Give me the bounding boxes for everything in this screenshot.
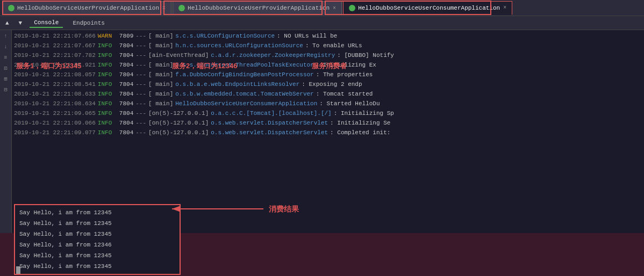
log-logger: o.s.b.a.e.web.EndpointLinksResolver xyxy=(175,79,299,89)
log-level: INFO xyxy=(98,70,117,79)
log-thread: [on(5)-127.0.0.1] xyxy=(148,128,209,137)
log-line: 2019-10-21 22:21:09.066 INFO 7804 --- [o… xyxy=(14,118,642,128)
result-line: Say Hello, i am from 12345 xyxy=(19,261,175,272)
log-logger: f.a.DubboConfigBindingBeanPostProcessor xyxy=(175,70,313,79)
log-dashes: --- xyxy=(135,128,146,137)
log-pid: 7804 xyxy=(119,108,133,118)
log-level: INFO xyxy=(98,41,117,50)
log-logger: o.s.s.concurrent.ThreadPoolTaskExecutor xyxy=(175,60,313,70)
log-thread: [ main] xyxy=(148,89,173,99)
log-dashes: --- xyxy=(135,50,146,60)
log-pid: 7804 xyxy=(119,79,133,89)
log-logger: o.s.b.w.embedded.tomcat.TomcatWebServer xyxy=(175,89,313,99)
tab-icon-1 xyxy=(8,5,15,11)
log-pid: 7809 xyxy=(119,31,133,41)
log-message: : The properties xyxy=(316,70,373,79)
log-pid: 7804 xyxy=(119,70,133,79)
log-message: : Exposing 2 endp xyxy=(302,79,362,89)
log-level: INFO xyxy=(98,60,117,70)
result-line: Say Hello, i am from 12345 xyxy=(19,207,175,218)
log-thread: [ main] xyxy=(148,41,173,50)
log-line: 2019-10-21 22:21:07.921 INFO 7804 --- [ … xyxy=(14,60,642,70)
log-pid: 7804 xyxy=(119,89,133,99)
log-line: 2019-10-21 22:21:08.541 INFO 7804 --- [ … xyxy=(14,79,642,89)
log-dashes: --- xyxy=(135,89,146,99)
log-line: 2019-10-21 22:21:07.666 WARN 7809 --- [ … xyxy=(14,31,642,41)
sidebar-icon-6[interactable]: ⊟ xyxy=(2,86,10,93)
log-timestamp: 2019-10-21 22:21:08.634 xyxy=(14,99,96,108)
log-dashes: --- xyxy=(135,99,146,108)
result-line: Say Hello, i am from 12345 xyxy=(19,218,175,229)
log-pid: 7804 xyxy=(119,41,133,50)
log-line: 2019-10-21 22:21:09.077 INFO 7804 --- [o… xyxy=(14,128,642,137)
log-message: : To enable URLs xyxy=(305,41,362,50)
log-level: INFO xyxy=(98,89,117,99)
close-tab-1[interactable]: × xyxy=(162,5,166,11)
log-pid: 7804 xyxy=(119,99,133,108)
log-thread: [ain-EventThread] xyxy=(148,50,209,60)
log-timestamp: 2019-10-21 22:21:07.667 xyxy=(14,41,96,50)
log-logger: o.s.web.servlet.DispatcherServlet xyxy=(211,118,328,128)
sidebar-icon-1[interactable]: ↑ xyxy=(2,32,10,40)
tab-label-3: HelloDubboServiceUserConsumerApplication xyxy=(358,5,500,11)
log-timestamp: 2019-10-21 22:21:08.633 xyxy=(14,89,96,99)
log-line: 2019-10-21 22:21:08.057 INFO 7804 --- [ … xyxy=(14,70,642,79)
log-pid: 7804 xyxy=(119,128,133,137)
log-level: INFO xyxy=(98,108,117,118)
log-dashes: --- xyxy=(135,41,146,50)
log-pid: 7804 xyxy=(119,60,133,70)
tab-provider-2[interactable]: HelloDubboServiceUserProviderApplication… xyxy=(173,1,342,15)
log-timestamp: 2019-10-21 22:21:07.666 xyxy=(14,31,96,41)
log-timestamp: 2019-10-21 22:21:07.782 xyxy=(14,50,96,60)
tab-provider-1[interactable]: HelloDubboServiceUserProviderApplication… xyxy=(2,1,171,15)
log-message: : Started HelloDu xyxy=(319,99,380,108)
log-level: WARN xyxy=(98,31,117,41)
close-tab-2[interactable]: × xyxy=(333,5,336,11)
log-timestamp: 2019-10-21 22:21:09.065 xyxy=(14,108,96,118)
log-timestamp: 2019-10-21 22:21:07.921 xyxy=(14,60,96,70)
log-dashes: --- xyxy=(135,31,146,41)
result-line: Say Hello, i am from 12345 xyxy=(19,250,175,261)
log-line: 2019-10-21 22:21:09.065 INFO 7804 --- [o… xyxy=(14,108,642,118)
tab-label-1: HelloDubboServiceUserProviderApplication xyxy=(17,5,159,11)
endpoints-tab[interactable]: Endpoints xyxy=(68,19,109,27)
log-logger: h.n.c.sources.URLConfigurationSource xyxy=(175,41,303,50)
log-level: INFO xyxy=(98,118,117,128)
log-level: INFO xyxy=(98,79,117,89)
log-timestamp: 2019-10-21 22:21:09.077 xyxy=(14,128,96,137)
result-box: Say Hello, i am from 12345Say Hello, i a… xyxy=(14,204,181,275)
sidebar-icon-3[interactable]: ≡ xyxy=(2,54,10,61)
sidebar-icon-5[interactable]: ⊞ xyxy=(2,75,10,83)
tab-label-2: HelloDubboServiceUserProviderApplication xyxy=(188,5,330,11)
log-thread: [ main] xyxy=(148,60,173,70)
log-message: : [DUBBO] Notify xyxy=(337,50,394,60)
log-message: : Initializing Ex xyxy=(316,60,376,70)
log-level: INFO xyxy=(98,128,117,137)
result-line: Say Hello, i am from 12345 xyxy=(19,229,175,239)
scroll-down-btn[interactable]: ▼ xyxy=(17,20,25,26)
sidebar-icon-4[interactable]: ⊡ xyxy=(2,64,10,72)
log-dashes: --- xyxy=(135,118,146,128)
tab-icon-2 xyxy=(178,5,185,11)
tab-icon-3 xyxy=(349,5,355,11)
log-timestamp: 2019-10-21 22:21:08.541 xyxy=(14,79,96,89)
log-dashes: --- xyxy=(135,108,146,118)
log-line: 2019-10-21 22:21:08.633 INFO 7804 --- [ … xyxy=(14,89,642,99)
scroll-up-btn[interactable]: ▲ xyxy=(3,20,11,26)
log-thread: [on(5)-127.0.0.1] xyxy=(148,108,209,118)
close-tab-3[interactable]: × xyxy=(503,5,506,11)
log-dashes: --- xyxy=(135,60,146,70)
tab-consumer[interactable]: HelloDubboServiceUserConsumerApplication… xyxy=(343,1,512,15)
result-line: Say Hello, i am from 12346 xyxy=(19,239,175,250)
tab-bar: HelloDubboServiceUserProviderApplication… xyxy=(0,0,644,16)
log-message: : Initializing Se xyxy=(330,118,390,128)
sidebar-icon-2[interactable]: ↓ xyxy=(2,43,10,50)
log-level: INFO xyxy=(98,50,117,60)
console-tab[interactable]: Console xyxy=(30,18,63,28)
log-thread: [ main] xyxy=(148,79,173,89)
console-area: ↑ ↓ ≡ ⊡ ⊞ ⊟ 2019-10-21 22:21:07.666 WARN… xyxy=(0,30,644,276)
log-line: 2019-10-21 22:21:07.667 INFO 7804 --- [ … xyxy=(14,41,642,50)
log-message: : NO URLs will be xyxy=(277,31,337,41)
log-dashes: --- xyxy=(135,70,146,79)
log-message: : Initializing Sp xyxy=(334,108,394,118)
